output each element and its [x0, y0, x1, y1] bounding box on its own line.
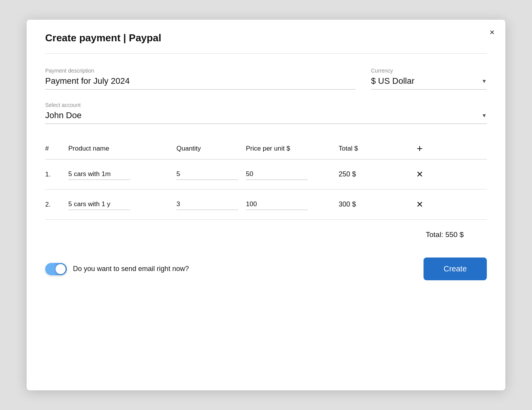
- col-product-name: Product name: [68, 145, 176, 152]
- email-toggle-label: Do you want to send email right now?: [73, 265, 189, 273]
- select-account-field: Select account John Doe ▼: [45, 102, 487, 124]
- email-toggle-group: Do you want to send email right now?: [45, 263, 189, 275]
- select-account-value: John Doe: [45, 110, 81, 120]
- row-2-product-name[interactable]: [68, 199, 130, 210]
- modal-footer: Do you want to send email right now? Cre…: [45, 258, 487, 280]
- modal-title: Create payment | Paypal: [45, 32, 487, 44]
- row-1-price[interactable]: [246, 169, 308, 180]
- currency-field: Currency $ US Dollar ▼: [371, 68, 487, 90]
- row-1-remove-button[interactable]: ✕: [408, 169, 431, 180]
- select-account-select[interactable]: John Doe ▼: [45, 110, 487, 124]
- total-label: Total: 550 $: [426, 230, 464, 239]
- payment-description-value[interactable]: Payment for July 2024: [45, 76, 356, 90]
- currency-value: $ US Dollar: [371, 76, 414, 86]
- toggle-knob: [56, 264, 66, 274]
- row-1-num: 1.: [45, 171, 68, 178]
- select-account-label: Select account: [45, 102, 487, 108]
- row-2-price[interactable]: [246, 199, 308, 210]
- grand-total: Total: 550 $: [45, 220, 487, 239]
- row-1-product-name[interactable]: [68, 169, 130, 180]
- close-button[interactable]: ×: [490, 27, 495, 37]
- table-row: 1. 250 $ ✕: [45, 159, 487, 190]
- row-2-quantity[interactable]: [176, 199, 238, 210]
- col-price-per-unit: Price per unit $: [246, 145, 339, 152]
- modal-container: × Create payment | Paypal Payment descri…: [27, 20, 505, 390]
- payment-description-field: Payment description Payment for July 202…: [45, 68, 356, 90]
- row-1-total: 250 $: [339, 170, 408, 178]
- account-chevron-down-icon: ▼: [481, 112, 487, 119]
- col-quantity: Quantity: [176, 145, 246, 152]
- row-2-total: 300 $: [339, 200, 408, 208]
- col-total: Total $: [339, 145, 408, 152]
- col-hash: #: [45, 145, 68, 152]
- row-1-quantity[interactable]: [176, 169, 238, 180]
- title-divider: [45, 53, 487, 54]
- row-2-num: 2.: [45, 201, 68, 208]
- payment-description-label: Payment description: [45, 68, 356, 74]
- chevron-down-icon: ▼: [481, 78, 487, 84]
- currency-select[interactable]: $ US Dollar ▼: [371, 76, 487, 90]
- email-toggle-switch[interactable]: [45, 263, 67, 275]
- table-row: 2. 300 $ ✕: [45, 190, 487, 220]
- account-row: Select account John Doe ▼: [45, 102, 487, 124]
- table-header: # Product name Quantity Price per unit $…: [45, 138, 487, 159]
- description-currency-row: Payment description Payment for July 202…: [45, 68, 487, 90]
- row-2-remove-button[interactable]: ✕: [408, 200, 431, 210]
- currency-label: Currency: [371, 68, 487, 74]
- create-button[interactable]: Create: [424, 258, 487, 280]
- add-row-button[interactable]: +: [408, 142, 431, 154]
